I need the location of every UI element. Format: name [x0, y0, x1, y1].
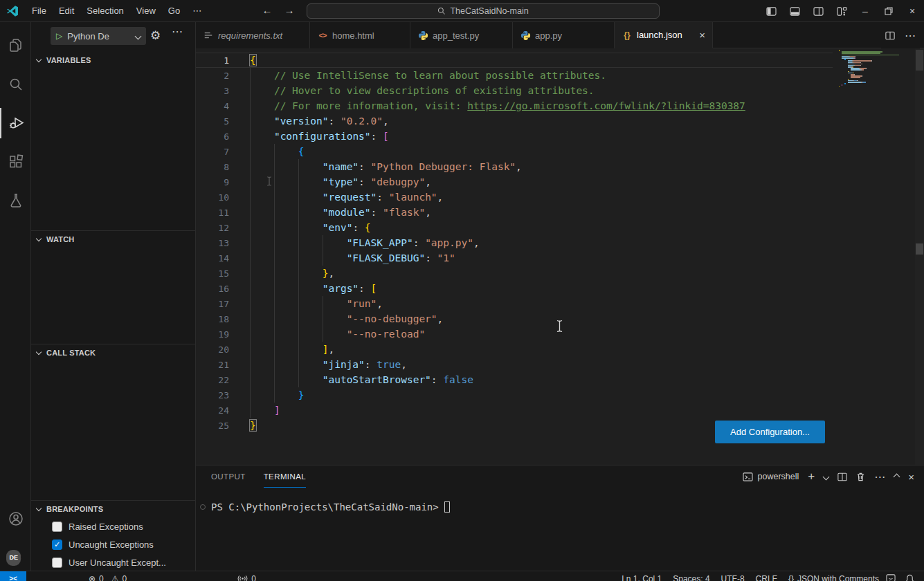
- toggle-sidebar-icon[interactable]: [759, 0, 783, 22]
- notifications-bell-icon[interactable]: [905, 574, 914, 581]
- code-editor[interactable]: 1{2// Use IntelliSense to learn about po…: [196, 53, 833, 433]
- breakpoints-section-header[interactable]: BREAKPOINTS: [31, 501, 196, 517]
- line-number[interactable]: 7: [196, 145, 229, 160]
- code-line-9[interactable]: 9"type": "debugpy",: [196, 174, 833, 190]
- command-center-search[interactable]: TheCatSaidNo-main: [307, 3, 660, 19]
- panel-tab-output[interactable]: OUTPUT: [211, 465, 246, 488]
- problems-status[interactable]: ⊗ 0 ⚠ 0: [89, 574, 127, 581]
- line-number[interactable]: 5: [196, 114, 229, 129]
- tab-app.py[interactable]: app.py: [513, 22, 615, 48]
- editor-more-actions-icon[interactable]: ⋯: [905, 29, 916, 42]
- code-line-13[interactable]: 13"FLASK_APP": "app.py",: [196, 235, 833, 250]
- code-line-16[interactable]: 16"args": [: [196, 281, 833, 296]
- line-number[interactable]: 4: [196, 99, 229, 114]
- editor-scrollbar[interactable]: [915, 48, 924, 465]
- code-line-14[interactable]: 14"FLASK_DEBUG": "1": [196, 250, 833, 266]
- code-line-15[interactable]: 15},: [196, 266, 833, 281]
- forward-arrow-icon[interactable]: →: [280, 0, 299, 22]
- line-number[interactable]: 2: [196, 68, 229, 84]
- tab-requirements.txt[interactable]: requirements.txt: [196, 22, 310, 48]
- toggle-secondary-sidebar-icon[interactable]: [806, 0, 830, 22]
- breakpoint-checkbox[interactable]: [52, 522, 62, 532]
- debug-settings-gear-icon[interactable]: ⚙: [150, 28, 161, 43]
- tab-app_test.py[interactable]: app_test.py: [410, 22, 513, 48]
- line-number[interactable]: 8: [196, 160, 229, 175]
- panel-tab-terminal[interactable]: TERMINAL: [264, 465, 306, 488]
- line-number[interactable]: 3: [196, 84, 229, 99]
- code-line-8[interactable]: 8"name": "Python Debugger: Flask",: [196, 159, 833, 174]
- explorer-icon[interactable]: [0, 30, 31, 61]
- close-window-button[interactable]: ×: [900, 0, 924, 22]
- tab-home.html[interactable]: <>home.html: [310, 22, 410, 48]
- code-line-11[interactable]: 11"module": "flask",: [196, 205, 833, 220]
- status-item[interactable]: Spaces: 4: [673, 574, 709, 581]
- line-number[interactable]: 15: [196, 266, 229, 282]
- scrollbar-thumb[interactable]: [916, 243, 923, 255]
- code-line-17[interactable]: 17"run",: [196, 296, 833, 311]
- line-number[interactable]: 9: [196, 175, 229, 190]
- debug-more-actions-icon[interactable]: ⋯: [172, 25, 183, 38]
- line-number[interactable]: 12: [196, 221, 229, 236]
- shell-label[interactable]: powershell: [758, 472, 799, 481]
- code-line-24[interactable]: 24]: [196, 403, 833, 418]
- ports-status[interactable]: 0: [237, 574, 256, 581]
- breakpoint-checkbox[interactable]: [52, 557, 62, 568]
- watch-section-header[interactable]: WATCH: [31, 231, 196, 248]
- breakpoint-checkbox[interactable]: ✓: [52, 540, 62, 550]
- line-number[interactable]: 20: [196, 342, 229, 358]
- code-line-4[interactable]: 4// For more information, visit: https:/…: [196, 98, 833, 113]
- maximize-panel-icon[interactable]: [894, 473, 900, 480]
- add-configuration-button[interactable]: Add Configuration...: [715, 421, 825, 443]
- line-number[interactable]: 19: [196, 327, 229, 342]
- line-number[interactable]: 24: [196, 403, 229, 418]
- status-item[interactable]: {}JSON with Comments: [788, 574, 879, 581]
- code-line-6[interactable]: 6"configurations": [: [196, 129, 833, 144]
- restore-button[interactable]: [877, 0, 900, 22]
- line-number[interactable]: 16: [196, 282, 229, 297]
- minimize-button[interactable]: –: [853, 0, 877, 22]
- line-number[interactable]: 11: [196, 205, 229, 221]
- start-debug-icon[interactable]: ▷: [56, 31, 62, 41]
- terminal[interactable]: PS C:\PythonProjects\TheCatSaidNo-main>: [211, 501, 450, 513]
- menu-selection[interactable]: Selection: [80, 0, 129, 22]
- code-line-1[interactable]: 1{: [196, 53, 833, 68]
- kill-terminal-trash-icon[interactable]: [856, 472, 865, 481]
- close-tab-icon[interactable]: ×: [694, 29, 705, 41]
- status-item[interactable]: CRLF: [756, 574, 777, 581]
- back-arrow-icon[interactable]: ←: [257, 0, 277, 22]
- code-line-22[interactable]: 22"autoStartBrowser": false: [196, 372, 833, 387]
- call-stack-section-header[interactable]: CALL STACK: [31, 344, 196, 361]
- code-line-2[interactable]: 2// Use IntelliSense to learn about poss…: [196, 68, 833, 83]
- remote-indicator[interactable]: ><: [0, 571, 26, 581]
- line-number[interactable]: 6: [196, 129, 229, 145]
- code-line-18[interactable]: 18"--no-debugger",: [196, 311, 833, 326]
- status-item[interactable]: Ln 1, Col 1: [622, 574, 662, 581]
- launch-profile-chevron-icon[interactable]: [823, 473, 830, 480]
- testing-icon[interactable]: [0, 185, 31, 216]
- menu-more[interactable]: ⋯: [186, 0, 208, 22]
- line-number[interactable]: 1: [196, 53, 229, 68]
- menu-edit[interactable]: Edit: [53, 0, 80, 22]
- line-number[interactable]: 22: [196, 373, 229, 388]
- code-line-21[interactable]: 21"jinja": true,: [196, 357, 833, 372]
- split-terminal-icon[interactable]: [837, 472, 847, 481]
- close-panel-icon[interactable]: ×: [908, 471, 914, 483]
- menu-go[interactable]: Go: [162, 0, 186, 22]
- code-line-5[interactable]: 5"version": "0.2.0",: [196, 113, 833, 129]
- tab-launch.json[interactable]: {}launch.json×: [615, 22, 713, 48]
- feedback-icon[interactable]: [886, 574, 896, 581]
- panel-more-actions-icon[interactable]: ⋯: [874, 470, 885, 483]
- status-item[interactable]: UTF-8: [721, 574, 745, 581]
- code-line-7[interactable]: 7{: [196, 144, 833, 159]
- line-number[interactable]: 18: [196, 312, 229, 327]
- run-and-debug-icon[interactable]: [0, 108, 31, 138]
- line-number[interactable]: 23: [196, 388, 229, 403]
- search-view-icon[interactable]: [0, 69, 31, 100]
- toggle-panel-icon[interactable]: [783, 0, 806, 22]
- code-line-3[interactable]: 3// Hover to view descriptions of existi…: [196, 83, 833, 98]
- split-editor-icon[interactable]: [885, 31, 895, 40]
- scrollbar-thumb[interactable]: [916, 50, 923, 71]
- line-number[interactable]: 10: [196, 190, 229, 205]
- code-line-20[interactable]: 20],: [196, 342, 833, 357]
- variables-section-header[interactable]: VARIABLES: [31, 52, 196, 68]
